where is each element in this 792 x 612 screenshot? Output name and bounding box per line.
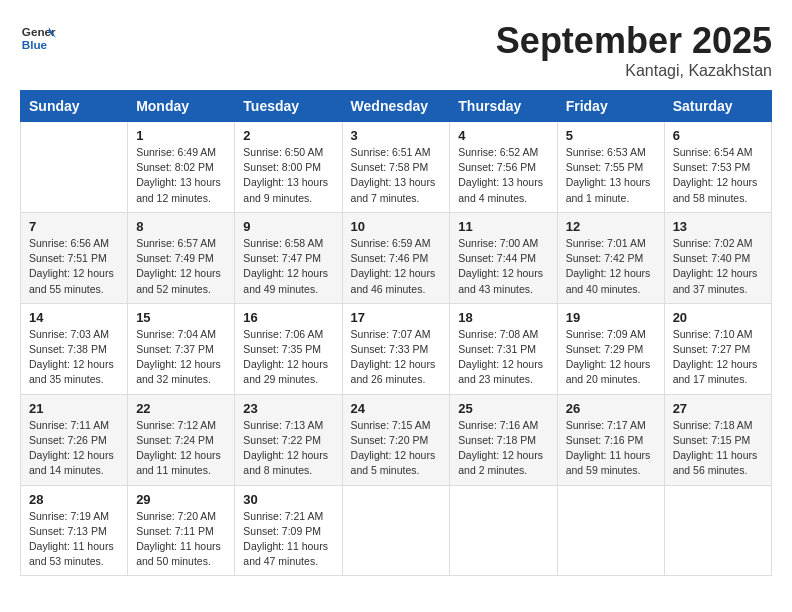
day-info: Sunrise: 7:02 AMSunset: 7:40 PMDaylight:…	[673, 236, 763, 297]
day-number: 8	[136, 219, 226, 234]
day-info: Sunrise: 6:50 AMSunset: 8:00 PMDaylight:…	[243, 145, 333, 206]
calendar-cell	[557, 485, 664, 576]
day-info: Sunrise: 6:54 AMSunset: 7:53 PMDaylight:…	[673, 145, 763, 206]
title-block: September 2025 Kantagi, Kazakhstan	[496, 20, 772, 80]
day-info: Sunrise: 7:12 AMSunset: 7:24 PMDaylight:…	[136, 418, 226, 479]
calendar-cell: 8Sunrise: 6:57 AMSunset: 7:49 PMDaylight…	[128, 212, 235, 303]
calendar-cell: 6Sunrise: 6:54 AMSunset: 7:53 PMDaylight…	[664, 122, 771, 213]
day-number: 20	[673, 310, 763, 325]
page-header: General Blue September 2025 Kantagi, Kaz…	[20, 20, 772, 80]
day-number: 24	[351, 401, 442, 416]
day-number: 15	[136, 310, 226, 325]
day-info: Sunrise: 6:56 AMSunset: 7:51 PMDaylight:…	[29, 236, 119, 297]
day-number: 10	[351, 219, 442, 234]
day-info: Sunrise: 7:07 AMSunset: 7:33 PMDaylight:…	[351, 327, 442, 388]
day-number: 29	[136, 492, 226, 507]
calendar-cell: 25Sunrise: 7:16 AMSunset: 7:18 PMDayligh…	[450, 394, 557, 485]
svg-text:Blue: Blue	[22, 38, 48, 51]
day-info: Sunrise: 7:19 AMSunset: 7:13 PMDaylight:…	[29, 509, 119, 570]
day-info: Sunrise: 6:51 AMSunset: 7:58 PMDaylight:…	[351, 145, 442, 206]
calendar-cell: 24Sunrise: 7:15 AMSunset: 7:20 PMDayligh…	[342, 394, 450, 485]
calendar-cell: 15Sunrise: 7:04 AMSunset: 7:37 PMDayligh…	[128, 303, 235, 394]
calendar-cell: 19Sunrise: 7:09 AMSunset: 7:29 PMDayligh…	[557, 303, 664, 394]
day-number: 1	[136, 128, 226, 143]
calendar-cell: 27Sunrise: 7:18 AMSunset: 7:15 PMDayligh…	[664, 394, 771, 485]
day-info: Sunrise: 7:15 AMSunset: 7:20 PMDaylight:…	[351, 418, 442, 479]
calendar-cell: 29Sunrise: 7:20 AMSunset: 7:11 PMDayligh…	[128, 485, 235, 576]
calendar-cell: 3Sunrise: 6:51 AMSunset: 7:58 PMDaylight…	[342, 122, 450, 213]
day-number: 5	[566, 128, 656, 143]
day-info: Sunrise: 7:13 AMSunset: 7:22 PMDaylight:…	[243, 418, 333, 479]
day-info: Sunrise: 7:21 AMSunset: 7:09 PMDaylight:…	[243, 509, 333, 570]
day-info: Sunrise: 7:06 AMSunset: 7:35 PMDaylight:…	[243, 327, 333, 388]
day-number: 6	[673, 128, 763, 143]
day-info: Sunrise: 7:20 AMSunset: 7:11 PMDaylight:…	[136, 509, 226, 570]
column-header-wednesday: Wednesday	[342, 91, 450, 122]
day-number: 26	[566, 401, 656, 416]
column-header-thursday: Thursday	[450, 91, 557, 122]
day-info: Sunrise: 6:58 AMSunset: 7:47 PMDaylight:…	[243, 236, 333, 297]
calendar-cell	[21, 122, 128, 213]
day-number: 27	[673, 401, 763, 416]
month-title: September 2025	[496, 20, 772, 62]
day-info: Sunrise: 7:04 AMSunset: 7:37 PMDaylight:…	[136, 327, 226, 388]
day-info: Sunrise: 6:59 AMSunset: 7:46 PMDaylight:…	[351, 236, 442, 297]
calendar-cell: 30Sunrise: 7:21 AMSunset: 7:09 PMDayligh…	[235, 485, 342, 576]
header-row: SundayMondayTuesdayWednesdayThursdayFrid…	[21, 91, 772, 122]
week-row-5: 28Sunrise: 7:19 AMSunset: 7:13 PMDayligh…	[21, 485, 772, 576]
calendar-cell: 2Sunrise: 6:50 AMSunset: 8:00 PMDaylight…	[235, 122, 342, 213]
logo-icon: General Blue	[20, 20, 56, 56]
logo: General Blue	[20, 20, 56, 56]
column-header-sunday: Sunday	[21, 91, 128, 122]
calendar-cell: 17Sunrise: 7:07 AMSunset: 7:33 PMDayligh…	[342, 303, 450, 394]
day-info: Sunrise: 6:57 AMSunset: 7:49 PMDaylight:…	[136, 236, 226, 297]
calendar-cell: 13Sunrise: 7:02 AMSunset: 7:40 PMDayligh…	[664, 212, 771, 303]
location-subtitle: Kantagi, Kazakhstan	[496, 62, 772, 80]
calendar-cell: 21Sunrise: 7:11 AMSunset: 7:26 PMDayligh…	[21, 394, 128, 485]
day-number: 14	[29, 310, 119, 325]
day-number: 23	[243, 401, 333, 416]
day-info: Sunrise: 6:53 AMSunset: 7:55 PMDaylight:…	[566, 145, 656, 206]
week-row-1: 1Sunrise: 6:49 AMSunset: 8:02 PMDaylight…	[21, 122, 772, 213]
day-number: 11	[458, 219, 548, 234]
week-row-4: 21Sunrise: 7:11 AMSunset: 7:26 PMDayligh…	[21, 394, 772, 485]
column-header-monday: Monday	[128, 91, 235, 122]
calendar-cell	[450, 485, 557, 576]
day-info: Sunrise: 6:52 AMSunset: 7:56 PMDaylight:…	[458, 145, 548, 206]
day-number: 17	[351, 310, 442, 325]
day-number: 7	[29, 219, 119, 234]
week-row-2: 7Sunrise: 6:56 AMSunset: 7:51 PMDaylight…	[21, 212, 772, 303]
day-info: Sunrise: 7:08 AMSunset: 7:31 PMDaylight:…	[458, 327, 548, 388]
day-number: 13	[673, 219, 763, 234]
day-number: 21	[29, 401, 119, 416]
day-info: Sunrise: 7:18 AMSunset: 7:15 PMDaylight:…	[673, 418, 763, 479]
calendar-cell: 9Sunrise: 6:58 AMSunset: 7:47 PMDaylight…	[235, 212, 342, 303]
calendar-cell: 7Sunrise: 6:56 AMSunset: 7:51 PMDaylight…	[21, 212, 128, 303]
day-number: 28	[29, 492, 119, 507]
day-number: 2	[243, 128, 333, 143]
column-header-tuesday: Tuesday	[235, 91, 342, 122]
day-info: Sunrise: 7:16 AMSunset: 7:18 PMDaylight:…	[458, 418, 548, 479]
day-info: Sunrise: 7:10 AMSunset: 7:27 PMDaylight:…	[673, 327, 763, 388]
calendar-cell: 1Sunrise: 6:49 AMSunset: 8:02 PMDaylight…	[128, 122, 235, 213]
day-info: Sunrise: 7:00 AMSunset: 7:44 PMDaylight:…	[458, 236, 548, 297]
calendar-cell: 5Sunrise: 6:53 AMSunset: 7:55 PMDaylight…	[557, 122, 664, 213]
day-info: Sunrise: 7:11 AMSunset: 7:26 PMDaylight:…	[29, 418, 119, 479]
calendar-cell: 20Sunrise: 7:10 AMSunset: 7:27 PMDayligh…	[664, 303, 771, 394]
day-number: 3	[351, 128, 442, 143]
calendar-cell: 18Sunrise: 7:08 AMSunset: 7:31 PMDayligh…	[450, 303, 557, 394]
calendar-cell: 4Sunrise: 6:52 AMSunset: 7:56 PMDaylight…	[450, 122, 557, 213]
day-number: 12	[566, 219, 656, 234]
calendar-cell: 26Sunrise: 7:17 AMSunset: 7:16 PMDayligh…	[557, 394, 664, 485]
column-header-friday: Friday	[557, 91, 664, 122]
day-info: Sunrise: 7:03 AMSunset: 7:38 PMDaylight:…	[29, 327, 119, 388]
day-info: Sunrise: 7:01 AMSunset: 7:42 PMDaylight:…	[566, 236, 656, 297]
calendar-table: SundayMondayTuesdayWednesdayThursdayFrid…	[20, 90, 772, 576]
day-number: 16	[243, 310, 333, 325]
day-number: 30	[243, 492, 333, 507]
calendar-cell: 28Sunrise: 7:19 AMSunset: 7:13 PMDayligh…	[21, 485, 128, 576]
day-number: 9	[243, 219, 333, 234]
week-row-3: 14Sunrise: 7:03 AMSunset: 7:38 PMDayligh…	[21, 303, 772, 394]
calendar-cell: 10Sunrise: 6:59 AMSunset: 7:46 PMDayligh…	[342, 212, 450, 303]
calendar-cell: 22Sunrise: 7:12 AMSunset: 7:24 PMDayligh…	[128, 394, 235, 485]
